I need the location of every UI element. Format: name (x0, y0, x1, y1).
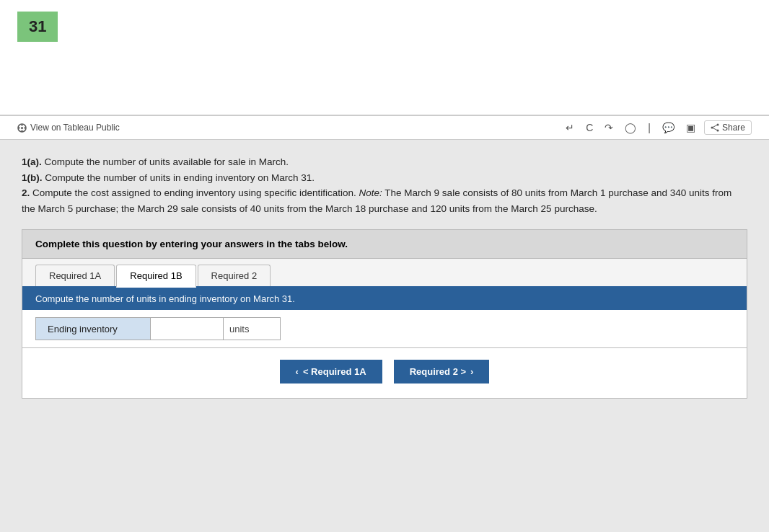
comment-icon[interactable]: 💬 (659, 120, 677, 135)
redo-icon[interactable]: ↷ (602, 120, 616, 135)
tab-required-1b[interactable]: Required 1B (116, 265, 195, 288)
page-wrapper: 31 View on Tableau Public ↵ C ↷ ◯ | 💬 ▣ (0, 0, 769, 532)
tableau-public-link[interactable]: View on Tableau Public (17, 123, 120, 133)
instruction-1a-text: Compute the number of units available fo… (45, 156, 289, 167)
instruction-1b-text: Compute the number of units in ending in… (45, 172, 315, 183)
calendar-badge: 31 (17, 12, 58, 42)
instruction-line2: 1(b). Compute the number of units in end… (22, 170, 747, 186)
tabs-row: Required 1A Required 1B Required 2 (22, 259, 747, 288)
tableau-link-label: View on Tableau Public (30, 123, 120, 133)
instruction-1b-bold: 1(b). (22, 172, 43, 183)
settings-icon (17, 123, 27, 133)
unit-label: units (223, 318, 255, 340)
toolbar-icon-group: ↵ C ↷ ◯ | 💬 ▣ Share (563, 120, 752, 135)
prev-button[interactable]: ‹ < Required 1A (280, 360, 382, 384)
nav-buttons: ‹ < Required 1A Required 2 > › (22, 348, 747, 398)
instruction-line1: 1(a). Compute the number of units availa… (22, 154, 747, 170)
instruction-2-note-label: Note: (359, 187, 382, 198)
prev-button-label: < Required 1A (303, 366, 366, 377)
separator-icon: | (645, 120, 654, 135)
tab-description: Compute the number of units in ending in… (22, 288, 747, 310)
instruction-2-bold: 2. (22, 187, 30, 198)
next-button[interactable]: Required 2 > › (394, 360, 490, 384)
ending-inventory-input[interactable] (151, 318, 223, 340)
next-button-label: Required 2 > (410, 366, 466, 377)
undo-icon[interactable]: ↵ (563, 120, 577, 135)
share-icon (711, 123, 719, 132)
svg-point-1 (21, 127, 23, 129)
tab-required-1a[interactable]: Required 1A (35, 265, 115, 286)
layout-icon[interactable]: ▣ (683, 120, 698, 135)
tab-required-2[interactable]: Required 2 (198, 265, 271, 286)
share-button[interactable]: Share (704, 120, 752, 135)
ending-inventory-input-wrapper: units (151, 317, 281, 340)
pause-icon[interactable]: ◯ (622, 120, 639, 135)
form-row: Ending inventory units (22, 310, 747, 347)
share-label: Share (722, 123, 745, 133)
tab-content: Compute the number of units in ending in… (22, 288, 747, 398)
ending-inventory-label: Ending inventory (35, 317, 151, 340)
instruction-2-text: Compute the cost assigned to ending inve… (32, 187, 359, 198)
content-area: 1(a). Compute the number of units availa… (0, 140, 769, 413)
refresh-icon[interactable]: C (583, 120, 596, 135)
top-panel: 31 (0, 0, 769, 115)
instruction-1a-bold: 1(a). (22, 156, 42, 167)
instructions-block: 1(a). Compute the number of units availa… (22, 154, 747, 216)
svg-line-9 (712, 125, 718, 128)
toolbar-row: View on Tableau Public ↵ C ↷ ◯ | 💬 ▣ Sha… (0, 115, 769, 140)
next-chevron-icon: › (470, 366, 473, 377)
question-box: Complete this question by entering your … (22, 229, 747, 399)
question-header: Complete this question by entering your … (22, 230, 747, 259)
prev-chevron-icon: ‹ (296, 366, 299, 377)
instruction-line3: 2. Compute the cost assigned to ending i… (22, 185, 747, 216)
svg-line-10 (712, 128, 718, 130)
